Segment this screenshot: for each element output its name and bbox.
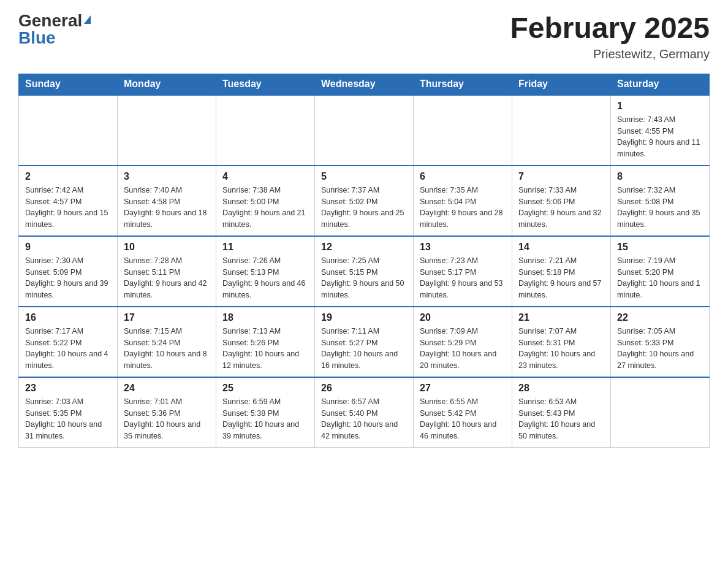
calendar-cell: 12Sunrise: 7:25 AMSunset: 5:15 PMDayligh… [315,236,414,307]
calendar-week-row: 9Sunrise: 7:30 AMSunset: 5:09 PMDaylight… [19,236,710,307]
calendar-cell: 3Sunrise: 7:40 AMSunset: 4:58 PMDaylight… [118,166,216,236]
day-number: 9 [25,242,111,253]
calendar-cell: 8Sunrise: 7:32 AMSunset: 5:08 PMDaylight… [611,166,710,236]
day-of-week-header: Tuesday [216,74,315,95]
logo-triangle-icon [84,15,91,24]
calendar-cell [512,95,611,166]
day-of-week-header: Saturday [611,74,710,95]
day-number: 16 [25,312,111,323]
day-info: Sunrise: 7:11 AMSunset: 5:27 PMDaylight:… [321,326,407,372]
calendar-week-row: 23Sunrise: 7:03 AMSunset: 5:35 PMDayligh… [19,377,710,448]
logo-blue-text: Blue [18,29,56,47]
day-info: Sunrise: 7:19 AMSunset: 5:20 PMDaylight:… [617,255,703,301]
day-info: Sunrise: 7:17 AMSunset: 5:22 PMDaylight:… [25,326,111,372]
day-number: 6 [420,171,506,182]
calendar-cell [414,95,512,166]
day-number: 7 [518,171,604,182]
calendar-header-row: SundayMondayTuesdayWednesdayThursdayFrid… [19,74,710,95]
calendar-cell: 21Sunrise: 7:07 AMSunset: 5:31 PMDayligh… [512,307,611,377]
day-info: Sunrise: 7:33 AMSunset: 5:06 PMDaylight:… [518,185,604,231]
calendar-cell: 13Sunrise: 7:23 AMSunset: 5:17 PMDayligh… [414,236,512,307]
day-of-week-header: Thursday [414,74,512,95]
logo-general-text: General [18,12,82,29]
day-number: 24 [124,383,210,394]
calendar-cell: 6Sunrise: 7:35 AMSunset: 5:04 PMDaylight… [414,166,512,236]
day-of-week-header: Friday [512,74,611,95]
calendar-cell: 14Sunrise: 7:21 AMSunset: 5:18 PMDayligh… [512,236,611,307]
calendar-cell: 23Sunrise: 7:03 AMSunset: 5:35 PMDayligh… [19,377,118,448]
day-number: 23 [25,383,111,394]
day-info: Sunrise: 7:37 AMSunset: 5:02 PMDaylight:… [321,185,407,231]
calendar-cell: 19Sunrise: 7:11 AMSunset: 5:27 PMDayligh… [315,307,414,377]
day-number: 19 [321,312,407,323]
calendar-week-row: 1Sunrise: 7:43 AMSunset: 4:55 PMDaylight… [19,95,710,166]
day-number: 14 [518,242,604,253]
calendar-cell [216,95,315,166]
day-info: Sunrise: 6:53 AMSunset: 5:43 PMDaylight:… [518,396,604,442]
calendar-table: SundayMondayTuesdayWednesdayThursdayFrid… [18,74,710,448]
calendar-cell: 27Sunrise: 6:55 AMSunset: 5:42 PMDayligh… [414,377,512,448]
day-info: Sunrise: 7:38 AMSunset: 5:00 PMDaylight:… [222,185,308,231]
day-number: 28 [518,383,604,394]
calendar-week-row: 16Sunrise: 7:17 AMSunset: 5:22 PMDayligh… [19,307,710,377]
day-number: 2 [25,171,111,182]
day-of-week-header: Sunday [19,74,118,95]
location: Priestewitz, Germany [510,47,710,61]
calendar-cell: 26Sunrise: 6:57 AMSunset: 5:40 PMDayligh… [315,377,414,448]
day-info: Sunrise: 7:09 AMSunset: 5:29 PMDaylight:… [420,326,506,372]
day-info: Sunrise: 6:55 AMSunset: 5:42 PMDaylight:… [420,396,506,442]
day-info: Sunrise: 7:35 AMSunset: 5:04 PMDaylight:… [420,185,506,231]
day-info: Sunrise: 7:32 AMSunset: 5:08 PMDaylight:… [617,185,703,231]
title-block: February 2025 Priestewitz, Germany [510,12,710,61]
calendar-cell: 20Sunrise: 7:09 AMSunset: 5:29 PMDayligh… [414,307,512,377]
calendar-cell: 1Sunrise: 7:43 AMSunset: 4:55 PMDaylight… [611,95,710,166]
calendar-cell: 22Sunrise: 7:05 AMSunset: 5:33 PMDayligh… [611,307,710,377]
day-number: 5 [321,171,407,182]
day-info: Sunrise: 6:59 AMSunset: 5:38 PMDaylight:… [222,396,308,442]
logo: General Blue [18,12,91,47]
day-info: Sunrise: 6:57 AMSunset: 5:40 PMDaylight:… [321,396,407,442]
calendar-cell [118,95,216,166]
calendar-cell: 4Sunrise: 7:38 AMSunset: 5:00 PMDaylight… [216,166,315,236]
day-number: 11 [222,242,308,253]
day-info: Sunrise: 7:26 AMSunset: 5:13 PMDaylight:… [222,255,308,301]
day-info: Sunrise: 7:23 AMSunset: 5:17 PMDaylight:… [420,255,506,301]
calendar-cell: 2Sunrise: 7:42 AMSunset: 4:57 PMDaylight… [19,166,118,236]
day-number: 21 [518,312,604,323]
day-number: 20 [420,312,506,323]
calendar-cell: 11Sunrise: 7:26 AMSunset: 5:13 PMDayligh… [216,236,315,307]
calendar-cell: 10Sunrise: 7:28 AMSunset: 5:11 PMDayligh… [118,236,216,307]
day-number: 1 [617,101,703,112]
month-title: February 2025 [510,12,710,45]
day-number: 22 [617,312,703,323]
day-info: Sunrise: 7:42 AMSunset: 4:57 PMDaylight:… [25,185,111,231]
day-info: Sunrise: 7:21 AMSunset: 5:18 PMDaylight:… [518,255,604,301]
calendar-cell: 25Sunrise: 6:59 AMSunset: 5:38 PMDayligh… [216,377,315,448]
calendar-cell: 15Sunrise: 7:19 AMSunset: 5:20 PMDayligh… [611,236,710,307]
calendar-week-row: 2Sunrise: 7:42 AMSunset: 4:57 PMDaylight… [19,166,710,236]
day-info: Sunrise: 7:30 AMSunset: 5:09 PMDaylight:… [25,255,111,301]
calendar-cell [611,377,710,448]
day-number: 4 [222,171,308,182]
calendar-cell: 16Sunrise: 7:17 AMSunset: 5:22 PMDayligh… [19,307,118,377]
day-info: Sunrise: 7:15 AMSunset: 5:24 PMDaylight:… [124,326,210,372]
day-number: 3 [124,171,210,182]
day-info: Sunrise: 7:28 AMSunset: 5:11 PMDaylight:… [124,255,210,301]
calendar-cell: 5Sunrise: 7:37 AMSunset: 5:02 PMDaylight… [315,166,414,236]
day-number: 26 [321,383,407,394]
day-number: 10 [124,242,210,253]
calendar-cell: 7Sunrise: 7:33 AMSunset: 5:06 PMDaylight… [512,166,611,236]
day-number: 17 [124,312,210,323]
calendar-cell: 28Sunrise: 6:53 AMSunset: 5:43 PMDayligh… [512,377,611,448]
day-number: 12 [321,242,407,253]
day-number: 13 [420,242,506,253]
day-info: Sunrise: 7:43 AMSunset: 4:55 PMDaylight:… [617,114,703,160]
day-number: 25 [222,383,308,394]
day-of-week-header: Wednesday [315,74,414,95]
calendar-cell: 17Sunrise: 7:15 AMSunset: 5:24 PMDayligh… [118,307,216,377]
day-number: 8 [617,171,703,182]
day-info: Sunrise: 7:05 AMSunset: 5:33 PMDaylight:… [617,326,703,372]
day-info: Sunrise: 7:40 AMSunset: 4:58 PMDaylight:… [124,185,210,231]
day-info: Sunrise: 7:01 AMSunset: 5:36 PMDaylight:… [124,396,210,442]
day-info: Sunrise: 7:13 AMSunset: 5:26 PMDaylight:… [222,326,308,372]
